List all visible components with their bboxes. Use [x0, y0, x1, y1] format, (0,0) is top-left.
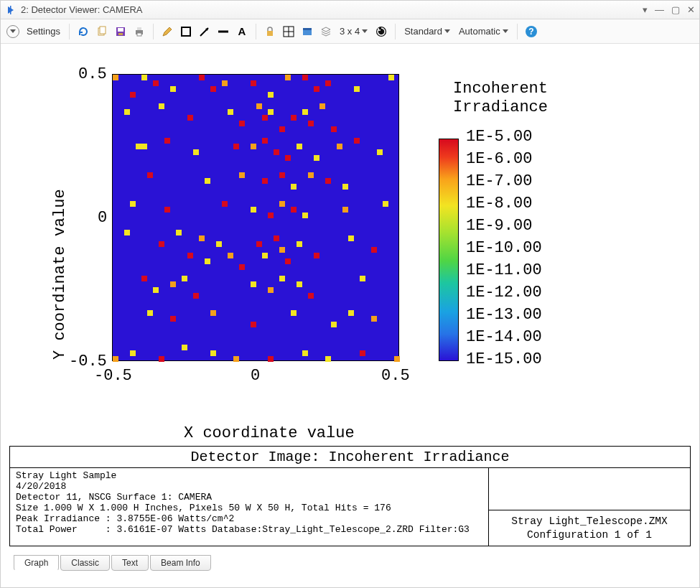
heatmap-pixel [285, 75, 291, 80]
heatmap-pixel [314, 86, 319, 92]
heatmap-pixel [360, 276, 365, 281]
arrow-icon[interactable] [197, 24, 213, 39]
save-icon[interactable] [113, 24, 129, 39]
mode-automatic-label: Automatic [459, 26, 500, 37]
mode-automatic-button[interactable]: Automatic [456, 26, 511, 37]
print-icon[interactable] [131, 24, 147, 39]
reload-icon[interactable] [373, 24, 389, 39]
colorbar [439, 139, 459, 361]
heatmap-pixel [262, 178, 268, 184]
heatmap-pixel [279, 126, 285, 132]
heatmap-pixel [291, 184, 297, 190]
heatmap-pixel [153, 287, 159, 293]
colorbar-tick-label: 1E-9.00 [466, 217, 532, 235]
grid-size-label: 3 x 4 [340, 26, 360, 37]
expand-button[interactable] [5, 24, 21, 39]
heatmap-pixel [141, 276, 147, 281]
fit-icon[interactable] [281, 24, 297, 39]
heatmap-pixel [268, 356, 274, 362]
y-tick: 0.5 [78, 65, 107, 83]
heatmap-pixel [182, 276, 187, 281]
heatmap-pixel [124, 230, 130, 235]
text-icon[interactable]: A [234, 24, 250, 39]
heatmap-pixel [308, 172, 314, 178]
heatmap-pixel [342, 207, 348, 213]
heatmap-pixel [136, 144, 141, 149]
colorbar-tick-label: 1E-6.00 [466, 150, 532, 168]
heatmap-pixel [268, 92, 274, 98]
heatmap-pixel [130, 92, 136, 98]
dropdown-icon[interactable]: ▾ [643, 5, 648, 14]
tab-graph[interactable]: Graph [14, 555, 59, 571]
maximize-button[interactable]: ▢ [671, 5, 680, 14]
x-tick: 0.5 [381, 367, 410, 385]
svg-rect-8 [137, 33, 141, 36]
layers-icon[interactable] [318, 24, 334, 39]
info-title: Detector Image: Incoherent Irradiance [10, 447, 690, 468]
heatmap-pixel [187, 115, 193, 121]
mode-standard-button[interactable]: Standard [401, 26, 453, 37]
grid-size-button[interactable]: 3 x 4 [337, 26, 370, 37]
heatmap-pixel [239, 121, 245, 126]
tab-text[interactable]: Text [111, 555, 149, 571]
heatmap-pixel [371, 316, 377, 322]
heatmap-pixel [297, 144, 302, 149]
help-icon[interactable]: ? [523, 24, 539, 39]
heatmap-pixel [377, 149, 383, 155]
heatmap-pixel [205, 178, 210, 184]
lock-icon[interactable] [262, 24, 278, 39]
svg-rect-4 [118, 28, 123, 32]
tab-classic[interactable]: Classic [60, 555, 110, 571]
heatmap-pixel [331, 322, 337, 327]
svg-rect-5 [118, 33, 123, 35]
heatmap-pixel [222, 201, 228, 207]
heatmap-pixel [302, 109, 308, 115]
heatmap-pixel [147, 310, 153, 316]
heatmap-pixel [210, 86, 216, 92]
heatmap-pixel [354, 86, 360, 92]
svg-rect-7 [137, 27, 141, 30]
info-filename: Stray Light_Telescope.ZMX [493, 515, 686, 528]
heatmap-pixel [302, 75, 308, 80]
heatmap-pixel [291, 115, 297, 121]
colorbar-tick-label: 1E-15.00 [466, 350, 542, 368]
settings-button[interactable]: Settings [24, 26, 63, 37]
heatmap-pixel [210, 310, 216, 316]
info-right-lower: Stray Light_Telescope.ZMX Configuration … [489, 510, 690, 545]
heatmap-pixel [256, 241, 262, 247]
minimize-button[interactable]: — [655, 5, 664, 14]
rectangle-icon[interactable] [178, 24, 194, 39]
heatmap-pixel [228, 253, 233, 258]
heatmap-pixel [331, 126, 337, 132]
colorbar-title: Incoherent Irradiance [453, 80, 548, 118]
heatmap-pixel [205, 258, 210, 264]
y-tick: 0 [98, 209, 107, 227]
heatmap-plot[interactable] [112, 74, 399, 361]
colorbar-tick-label: 1E-10.00 [466, 239, 542, 257]
colorbar-tick-label: 1E-14.00 [466, 328, 542, 346]
close-button[interactable]: ✕ [687, 5, 695, 14]
heatmap-pixel [388, 75, 394, 80]
heatmap-pixel [268, 109, 274, 115]
svg-rect-0 [10, 6, 11, 14]
heatmap-pixel [371, 247, 377, 253]
copy-icon[interactable] [94, 24, 110, 39]
heatmap-pixel [222, 80, 228, 86]
window-icon[interactable] [299, 24, 315, 39]
heatmap-pixel [274, 235, 279, 241]
pencil-icon[interactable] [159, 24, 175, 39]
heatmap-pixel [285, 258, 291, 264]
tab-beam-info[interactable]: Beam Info [150, 555, 211, 571]
heatmap-pixel [159, 103, 164, 109]
heatmap-pixel [130, 201, 136, 207]
heatmap-pixel [274, 149, 279, 155]
heatmap-pixel [147, 172, 153, 178]
heatmap-pixel [141, 144, 147, 149]
heatmap-pixel [325, 356, 331, 362]
refresh-icon[interactable] [75, 24, 91, 39]
window-title: 2: Detector Viewer: CAMERA [21, 4, 643, 15]
line-icon[interactable] [215, 24, 231, 39]
heatmap-pixel [193, 293, 199, 299]
info-right-upper [489, 468, 690, 510]
heatmap-pixel [297, 281, 302, 287]
